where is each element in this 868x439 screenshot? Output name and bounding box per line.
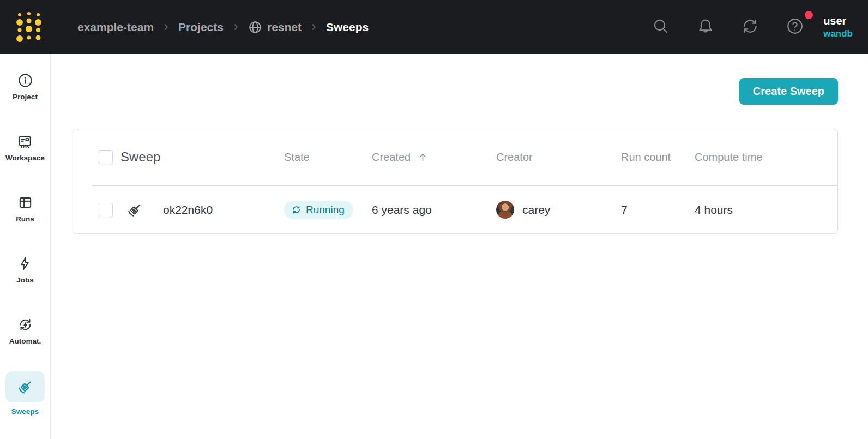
bell-icon	[697, 17, 714, 37]
status-badge-running: Running	[284, 201, 353, 219]
refresh-button[interactable]	[740, 17, 760, 37]
column-header-sweep[interactable]: Sweep	[120, 149, 284, 165]
wandb-logo[interactable]	[15, 9, 43, 45]
info-icon	[17, 72, 33, 88]
avatar	[496, 201, 514, 219]
creator-name: carey	[522, 203, 550, 217]
search-button[interactable]	[651, 17, 671, 37]
run-count-cell: 7	[621, 203, 695, 217]
sidebar-item-label: Sweeps	[11, 407, 39, 416]
breadcrumb-project[interactable]: resnet	[248, 20, 302, 34]
running-loop-icon	[291, 205, 302, 215]
column-header-state[interactable]: State	[284, 151, 372, 164]
sidebar-item-project[interactable]: Project	[13, 72, 38, 101]
column-header-compute-time[interactable]: Compute time	[695, 151, 837, 164]
status-badge-label: Running	[306, 204, 345, 216]
wandb-logo-dots	[15, 9, 43, 45]
sidebar-item-sweeps[interactable]: Sweeps	[5, 371, 45, 416]
select-all-checkbox[interactable]	[99, 150, 113, 164]
sidebar-item-label: Runs	[16, 215, 34, 223]
breadcrumb-projects[interactable]: Projects	[178, 21, 224, 34]
user-menu[interactable]: user wandb	[823, 14, 853, 39]
breadcrumb-page-current: Sweeps	[326, 21, 369, 34]
notifications-button[interactable]	[696, 17, 715, 37]
sweeps-table-card: Sweep State Created Creator Run count Co…	[73, 129, 838, 234]
column-header-run-count[interactable]: Run count	[621, 151, 695, 164]
sidebar-item-jobs[interactable]: Jobs	[16, 255, 34, 284]
sweep-name-cell: ok22n6k0	[120, 202, 284, 218]
main-content: Create Sweep Sweep State Created Creator…	[51, 54, 868, 234]
column-header-created[interactable]: Created	[372, 151, 496, 164]
workspace-board-icon	[17, 133, 33, 149]
sidebar-item-label: Workspace	[5, 154, 45, 162]
sidebar-item-workspace[interactable]: Workspace	[5, 133, 45, 162]
automation-loop-icon	[17, 316, 33, 333]
globe-icon	[248, 20, 262, 34]
topbar: example-team Projects resnet Sweeps	[0, 0, 868, 54]
created-cell: 6 years ago	[372, 203, 496, 217]
chevron-right-icon	[232, 23, 240, 31]
sort-ascending-icon	[417, 152, 429, 163]
chevron-right-icon	[310, 23, 318, 31]
sidebar-item-label: Jobs	[16, 276, 34, 284]
table-header-row: Sweep State Created Creator Run count Co…	[73, 129, 837, 185]
breadcrumb-team[interactable]: example-team	[77, 21, 154, 34]
org-name: wandb	[823, 28, 853, 39]
topbar-actions: user wandb	[626, 14, 853, 39]
compute-time-cell: 4 hours	[695, 203, 837, 217]
sidebar: Project Workspace Runs	[0, 54, 51, 439]
create-sweep-button[interactable]: Create Sweep	[739, 78, 838, 105]
sidebar-item-automations[interactable]: Automat.	[9, 316, 41, 345]
broom-icon	[17, 379, 34, 395]
column-header-created-label: Created	[372, 151, 411, 164]
column-header-creator[interactable]: Creator	[496, 151, 621, 164]
lightning-icon	[17, 255, 33, 272]
search-icon	[652, 17, 670, 37]
breadcrumb-project-label: resnet	[267, 21, 302, 34]
help-icon	[786, 17, 804, 37]
refresh-icon	[742, 17, 759, 37]
creator-cell: carey	[496, 201, 621, 219]
notification-dot	[805, 11, 813, 19]
sweep-name-link[interactable]: ok22n6k0	[163, 203, 213, 217]
state-cell: Running	[284, 201, 372, 219]
table-row: ok22n6k0 Running 6 years ago carey	[73, 186, 837, 233]
user-name: user	[823, 14, 846, 28]
breadcrumb: example-team Projects resnet Sweeps	[77, 20, 369, 34]
sidebar-item-label: Project	[13, 93, 38, 101]
sidebar-item-runs[interactable]: Runs	[16, 194, 34, 223]
row-checkbox[interactable]	[99, 203, 113, 217]
active-item-highlight	[5, 371, 45, 402]
actions-row: Create Sweep	[73, 78, 838, 105]
help-button[interactable]	[785, 17, 805, 37]
broom-icon	[126, 202, 143, 218]
sidebar-item-label: Automat.	[9, 337, 41, 345]
chevron-right-icon	[162, 23, 170, 31]
runs-table-icon	[17, 194, 33, 211]
